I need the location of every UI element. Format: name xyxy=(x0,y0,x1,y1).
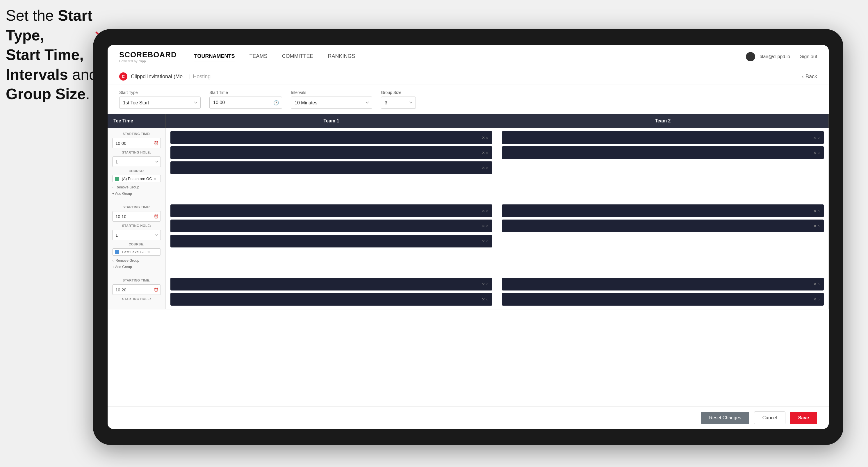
team2-cell-1: ✕ ○ ✕ ○ xyxy=(497,128,829,200)
player-row-5-1[interactable]: ✕ ○ xyxy=(170,278,492,290)
main-content: Tee Time Team 1 Team 2 STARTING TIME: ⏰ … xyxy=(107,114,829,406)
group-size-group: Group Size 3 xyxy=(381,90,416,109)
player-row-6-2[interactable]: ✕ ○ xyxy=(502,293,824,306)
course-tag-2: East Lake GC ✕ xyxy=(112,248,161,256)
player-row-1-2[interactable]: ✕ ○ xyxy=(170,146,492,159)
remove-group-btn-2[interactable]: ○ Remove Group xyxy=(112,258,161,263)
save-button[interactable]: Save xyxy=(790,412,817,424)
clock-icon-1: ⏰ xyxy=(154,141,158,146)
player-row-1-3[interactable]: ✕ ○ xyxy=(170,161,492,174)
breadcrumb-current: Hosting xyxy=(193,73,211,80)
clock-icon: 🕐 xyxy=(273,100,279,105)
team2-cell-3: ✕ ○ ✕ ○ xyxy=(497,274,829,309)
logo-sub: Powered by clipp... xyxy=(119,59,177,63)
action-bar: Reset Changes Cancel Save xyxy=(107,406,829,429)
course-remove-2[interactable]: ✕ xyxy=(147,250,150,254)
user-email: blair@clippd.io xyxy=(760,54,790,59)
starting-hole-wrap-2: 1 xyxy=(112,230,161,240)
course-name-1: (A) Peachtree GC xyxy=(122,177,152,181)
add-group-btn-2[interactable]: + Add Group xyxy=(112,264,161,270)
nav-bar: SCOREBOARD Powered by clipp... TOURNAMEN… xyxy=(107,45,829,68)
back-button[interactable]: ‹ Back xyxy=(802,73,817,80)
breadcrumb-title: Clippd Invitational (Mo... xyxy=(131,73,187,80)
nav-items: TOURNAMENTS TEAMS COMMITTEE RANKINGS xyxy=(194,52,746,61)
player-remove-4-1[interactable]: ✕ ○ xyxy=(813,209,820,213)
player-remove-2-2[interactable]: ✕ ○ xyxy=(813,151,820,155)
remove-icon-1: ○ xyxy=(112,185,114,189)
player-remove-1-1[interactable]: ✕ ○ xyxy=(482,135,488,140)
player-remove-4-2[interactable]: ✕ ○ xyxy=(813,224,820,228)
player-remove-5-2[interactable]: ✕ ○ xyxy=(482,297,488,302)
col-tee-time: Tee Time xyxy=(107,114,166,128)
nav-tournaments[interactable]: TOURNAMENTS xyxy=(194,52,235,61)
start-type-label: Start Type xyxy=(119,90,200,95)
team1-cell-2: ✕ ○ ✕ ○ ✕ ○ xyxy=(166,201,497,274)
player-row-3-3[interactable]: ✕ ○ xyxy=(170,235,492,247)
course-remove-1[interactable]: ✕ xyxy=(154,177,156,181)
nav-committee[interactable]: COMMITTEE xyxy=(282,52,313,61)
player-row-3-1[interactable]: ✕ ○ xyxy=(170,205,492,217)
player-row-4-2[interactable]: ✕ ○ xyxy=(502,220,824,232)
start-time-group: Start Time 🕐 xyxy=(209,90,282,109)
player-remove-3-3[interactable]: ✕ ○ xyxy=(482,239,488,243)
starting-time-input-1[interactable] xyxy=(112,138,161,148)
tee-controls-1: STARTING TIME: ⏰ STARTING HOLE: 1 COURSE… xyxy=(107,128,166,200)
player-remove-3-1[interactable]: ✕ ○ xyxy=(482,209,488,213)
starting-time-input-3[interactable] xyxy=(112,284,161,295)
player-row-6-1[interactable]: ✕ ○ xyxy=(502,278,824,290)
team2-cell-2: ✕ ○ ✕ ○ xyxy=(497,201,829,274)
starting-time-input-wrap-2: ⏰ xyxy=(112,211,161,222)
course-actions-2: ○ Remove Group + Add Group xyxy=(112,258,161,270)
annotation-text: Set the Start Type, Start Time, Interval… xyxy=(6,6,99,104)
player-row-3-2[interactable]: ✕ ○ xyxy=(170,220,492,232)
starting-hole-select-1[interactable]: 1 xyxy=(112,156,161,167)
player-remove-1-3[interactable]: ✕ ○ xyxy=(482,166,488,170)
player-remove-5-1[interactable]: ✕ ○ xyxy=(482,282,488,286)
tablet-frame: SCOREBOARD Powered by clipp... TOURNAMEN… xyxy=(93,29,843,445)
remove-group-btn-1[interactable]: ○ Remove Group xyxy=(112,185,161,190)
course-label-1: COURSE: xyxy=(112,169,161,173)
starting-time-input-2[interactable] xyxy=(112,211,161,222)
clock-icon-3: ⏰ xyxy=(154,288,158,292)
player-remove-6-1[interactable]: ✕ ○ xyxy=(813,282,820,286)
tee-controls-3: STARTING TIME: ⏰ STARTING HOLE: xyxy=(107,274,166,309)
tee-table: Tee Time Team 1 Team 2 STARTING TIME: ⏰ … xyxy=(107,114,829,406)
sign-out-link[interactable]: Sign out xyxy=(800,54,817,59)
nav-rankings[interactable]: RANKINGS xyxy=(328,52,355,61)
clock-icon-2: ⏰ xyxy=(154,214,158,219)
user-avatar xyxy=(746,52,755,61)
intervals-select[interactable]: 10 Minutes xyxy=(291,97,372,109)
player-row-1-1[interactable]: ✕ ○ xyxy=(170,131,492,144)
nav-right: blair@clippd.io | Sign out xyxy=(746,52,817,61)
starting-time-input-wrap-1: ⏰ xyxy=(112,138,161,148)
player-row-2-2[interactable]: ✕ ○ xyxy=(502,146,824,159)
breadcrumb-bar: C Clippd Invitational (Mo... | Hosting ‹… xyxy=(107,68,829,85)
player-row-5-2[interactable]: ✕ ○ xyxy=(170,293,492,306)
player-remove-2-1[interactable]: ✕ ○ xyxy=(813,135,820,140)
player-row-4-1[interactable]: ✕ ○ xyxy=(502,205,824,217)
starting-hole-label-3: STARTING HOLE: xyxy=(112,297,161,301)
starting-hole-select-2[interactable]: 1 xyxy=(112,230,161,240)
course-tag-1: (A) Peachtree GC ✕ xyxy=(112,175,161,182)
col-team2: Team 2 xyxy=(497,114,829,128)
player-row-2-1[interactable]: ✕ ○ xyxy=(502,131,824,144)
start-type-select[interactable]: 1st Tee Start xyxy=(119,97,200,109)
remove-icon-2: ○ xyxy=(112,258,114,262)
group-size-select[interactable]: 3 xyxy=(381,97,416,109)
logo-area: SCOREBOARD Powered by clipp... xyxy=(119,50,177,63)
team1-cell-1: ✕ ○ ✕ ○ ✕ ○ xyxy=(166,128,497,200)
team1-cell-3: ✕ ○ ✕ ○ xyxy=(166,274,497,309)
player-remove-6-2[interactable]: ✕ ○ xyxy=(813,297,820,302)
player-remove-3-2[interactable]: ✕ ○ xyxy=(482,224,488,228)
player-remove-1-2[interactable]: ✕ ○ xyxy=(482,151,488,155)
tablet-screen: SCOREBOARD Powered by clipp... TOURNAMEN… xyxy=(107,45,829,429)
add-group-btn-1[interactable]: + Add Group xyxy=(112,191,161,196)
nav-teams[interactable]: TEAMS xyxy=(249,52,267,61)
starting-time-label-2: STARTING TIME: xyxy=(112,205,161,209)
reset-changes-button[interactable]: Reset Changes xyxy=(701,412,749,424)
course-icon-1 xyxy=(115,177,119,181)
breadcrumb-logo: C xyxy=(119,72,127,81)
start-time-input[interactable] xyxy=(209,97,282,109)
cancel-button[interactable]: Cancel xyxy=(754,411,785,424)
starting-time-label-3: STARTING TIME: xyxy=(112,279,161,282)
